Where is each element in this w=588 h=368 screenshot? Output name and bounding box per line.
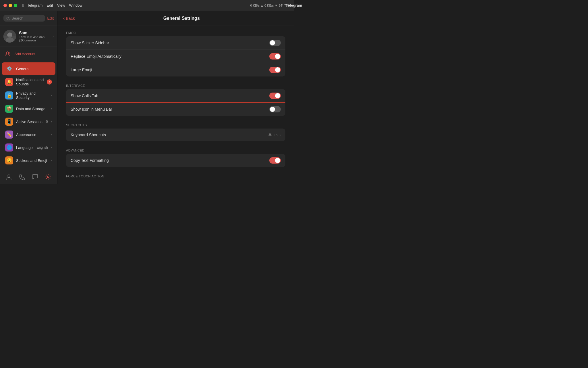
svg-point-10 (47, 176, 49, 178)
settings-body: EMOJI Show Sticker Sidebar Replace Emoji… (57, 26, 294, 184)
profile-info: Sam +886 905 356 863 @Oomusou (19, 30, 49, 42)
stickers-label: Stickers and Emoji (16, 158, 48, 163)
show-menu-bar-icon-toggle[interactable] (269, 106, 281, 112)
keyboard-shortcuts-label: Keyboard Shortcuts (71, 133, 268, 137)
notifications-label: Notifications and Sounds (16, 78, 44, 86)
notifications-icon: 🔔 (5, 78, 13, 86)
main-layout: Search Edit Sam +886 905 356 863 @Oomuso… (0, 11, 294, 184)
force-touch-section: FORCE TOUCH ACTION (66, 172, 285, 180)
copy-text-formatting-toggle[interactable] (269, 157, 281, 164)
data-icon: 📦 (5, 105, 13, 113)
copy-text-formatting-row: Copy Text Formatting (66, 154, 285, 167)
stickers-chevron-icon: › (51, 158, 52, 162)
maximize-button[interactable] (14, 4, 17, 7)
copy-text-formatting-label: Copy Text Formatting (71, 158, 269, 163)
titlebar-left:  Telegram Edit View Window (3, 3, 82, 7)
bottom-bar (0, 169, 57, 184)
general-icon: ⚙️ (5, 65, 13, 73)
show-menu-bar-icon-row: Show Icon in Menu Bar (66, 103, 285, 116)
show-calls-tab-toggle[interactable] (269, 93, 281, 99)
apple-logo-icon:  (22, 3, 24, 7)
menu-edit[interactable]: Edit (47, 3, 53, 7)
large-emoji-label: Large Emoji (71, 68, 269, 72)
language-chevron-icon: › (51, 145, 52, 150)
menu-telegram[interactable]: Telegram (27, 3, 42, 7)
privacy-label: Privacy and Security (16, 91, 48, 100)
replace-emoji-label: Replace Emoji Automatically (71, 54, 269, 59)
search-placeholder: Search (11, 16, 23, 20)
edit-button[interactable]: Edit (47, 16, 54, 20)
interface-section: INTERFACE Show Calls Tab Show Icon in Me… (66, 82, 285, 116)
menu-view[interactable]: View (57, 3, 65, 7)
menu-bar: Telegram Edit View Window (27, 3, 82, 7)
emoji-settings-group: Show Sticker Sidebar Replace Emoji Autom… (66, 36, 285, 76)
calls-tab-button[interactable] (18, 172, 27, 181)
sidebar-item-stickers[interactable]: 😊 Stickers and Emoji › (2, 154, 55, 167)
emoji-section: EMOJI Show Sticker Sidebar Replace Emoji… (66, 29, 285, 76)
back-label: Back (66, 16, 75, 21)
settings-tab-button[interactable] (44, 172, 53, 181)
close-button[interactable] (3, 4, 7, 7)
sidebar-item-sessions[interactable]: 📱 Active Sessions 5 › (2, 115, 55, 128)
search-field[interactable]: Search (3, 15, 45, 22)
minimize-button[interactable] (9, 4, 12, 7)
sidebar-item-privacy[interactable]: 🔒 Privacy and Security › (2, 89, 55, 102)
show-calls-tab-label: Show Calls Tab (71, 93, 269, 98)
toggle-knob (275, 93, 280, 98)
system-info: 0 KB/s ▲ 0 KB/s ▼ 34° 75% (250, 4, 291, 7)
search-bar: Search Edit (0, 11, 57, 26)
back-button[interactable]: ‹ Back (63, 16, 75, 21)
search-icon (6, 17, 10, 20)
advanced-section-header: ADVANCED (66, 146, 285, 154)
shortcuts-section-header: SHORTCUTS (66, 121, 285, 129)
sessions-count: 5 (46, 120, 48, 124)
sidebar-item-general[interactable]: ⚙️ General (2, 62, 55, 75)
replace-emoji-toggle[interactable] (269, 53, 281, 60)
back-chevron-icon: ‹ (63, 16, 65, 21)
menu-window[interactable]: Window (69, 3, 82, 7)
profile-username: @Oomusou (19, 39, 49, 42)
contacts-tab-button[interactable] (4, 172, 13, 181)
add-account-label: Add Account (14, 52, 35, 56)
sidebar-item-language[interactable]: 🌐 Language English › (2, 141, 55, 154)
show-sticker-sidebar-row: Show Sticker Sidebar (66, 36, 285, 50)
nav-list: ⚙️ General 🔔 Notifications and Sounds ! … (0, 61, 57, 169)
profile-chevron-icon: › (52, 34, 54, 39)
content-header: ‹ Back General Settings (57, 11, 294, 26)
privacy-icon: 🔒 (5, 91, 13, 99)
appearance-icon: ✏️ (5, 131, 13, 139)
force-touch-section-header: FORCE TOUCH ACTION (66, 172, 285, 180)
add-account-icon (3, 50, 11, 58)
toggle-knob (270, 107, 275, 112)
content-area: ‹ Back General Settings EMOJI Show Stick… (57, 11, 294, 184)
shortcuts-settings-group: Keyboard Shortcuts ⌘ + ? › (66, 129, 285, 141)
show-calls-tab-row: Show Calls Tab (66, 89, 285, 103)
advanced-settings-group: Copy Text Formatting (66, 154, 285, 167)
sidebar-item-notifications[interactable]: 🔔 Notifications and Sounds ! (2, 75, 55, 89)
svg-rect-5 (3, 36, 16, 43)
interface-settings-group: Show Calls Tab Show Icon in Menu Bar (66, 89, 285, 116)
large-emoji-toggle[interactable] (269, 67, 281, 73)
advanced-section: ADVANCED Copy Text Formatting (66, 146, 285, 167)
privacy-chevron-icon: › (51, 93, 52, 97)
chats-tab-button[interactable] (30, 172, 40, 181)
toggle-knob (270, 40, 275, 45)
svg-point-9 (8, 175, 10, 177)
add-account-button[interactable]: Add Account (0, 47, 57, 61)
language-label: Language (16, 145, 34, 150)
sidebar-item-appearance[interactable]: ✏️ Appearance › (2, 128, 55, 141)
svg-line-1 (9, 19, 9, 20)
keyboard-shortcuts-row[interactable]: Keyboard Shortcuts ⌘ + ? › (66, 129, 285, 141)
emoji-section-header: EMOJI (66, 29, 285, 36)
window-title: Telegram (286, 3, 294, 7)
profile-name: Sam (19, 30, 49, 35)
show-sticker-sidebar-toggle[interactable] (269, 40, 281, 46)
toggle-knob (275, 158, 280, 163)
stickers-icon: 😊 (5, 156, 13, 164)
shortcuts-section: SHORTCUTS Keyboard Shortcuts ⌘ + ? › (66, 121, 285, 141)
notifications-badge: ! (47, 79, 52, 85)
sidebar-item-data[interactable]: 📦 Data and Storage › (2, 102, 55, 115)
sidebar: Search Edit Sam +886 905 356 863 @Oomuso… (0, 11, 57, 184)
shortcut-combo: ⌘ + ? (268, 133, 278, 137)
profile-section[interactable]: Sam +886 905 356 863 @Oomusou › (0, 26, 57, 47)
